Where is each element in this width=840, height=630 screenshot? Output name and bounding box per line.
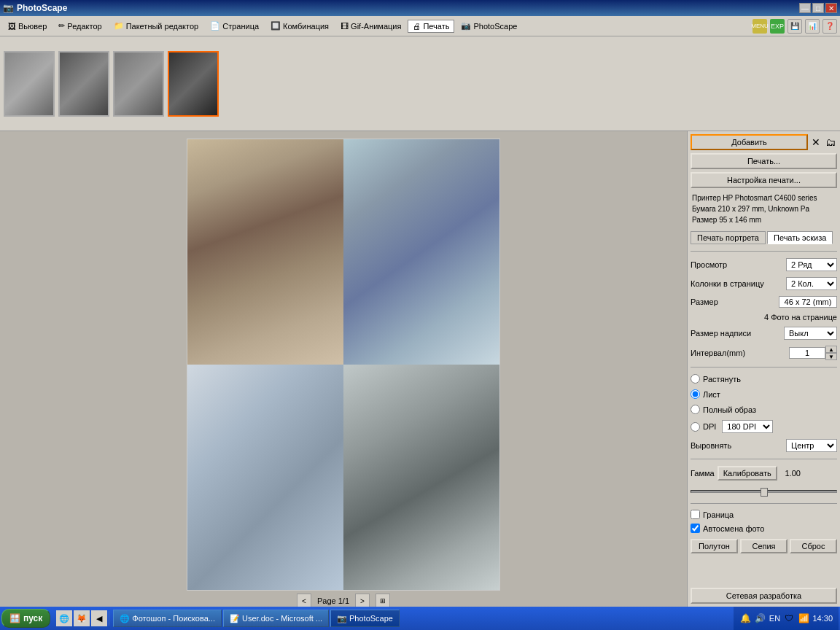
taskbar-icon-2[interactable]: 🦊: [74, 610, 90, 626]
halftone-button[interactable]: Полутон: [691, 539, 738, 553]
maximize-button[interactable]: □: [812, 3, 824, 13]
taskbar-icon-1[interactable]: 🌐: [56, 610, 72, 626]
sheet-row: Лист: [691, 389, 837, 399]
expand-button[interactable]: ⊞: [376, 594, 390, 607]
taskbar-word[interactable]: 📝 User.doc - Microsoft ...: [223, 610, 329, 627]
sepia-button[interactable]: Сепия: [740, 539, 788, 553]
columns-select[interactable]: 2 Кол. 1 Кол. 3 Кол.: [786, 277, 837, 290]
taskbar-icon-3[interactable]: ◀: [91, 610, 107, 626]
page-navigation: < Page 1/1 > ⊞: [297, 594, 390, 607]
titlebar-left: 📷 PhotoScape: [3, 3, 67, 13]
photo-cell-3: [187, 365, 343, 590]
page-icon: 📄: [210, 21, 220, 31]
close-button[interactable]: ✕: [825, 3, 837, 13]
gamma-calibrate-button[interactable]: Калибровать: [718, 466, 777, 481]
network-button[interactable]: Сетевая разработка: [691, 588, 837, 604]
next-page-button[interactable]: >: [355, 594, 370, 607]
align-row: Выровнять Центр Лево Право: [691, 439, 837, 452]
menu-icon[interactable]: MENU: [752, 19, 767, 34]
border-label[interactable]: Граница: [703, 510, 734, 519]
titlebar-controls: — □ ✕: [799, 3, 837, 13]
taskbar: 🪟 пуск 🌐 🦊 ◀ 🌐 Фотошоп - Поискова... 📝 U…: [0, 607, 840, 630]
menu-print[interactable]: 🖨 Печать: [408, 20, 454, 33]
reset-button[interactable]: Сброс: [790, 539, 837, 553]
content-area: ▶: [0, 131, 840, 607]
tab-portrait[interactable]: Печать портрета: [691, 231, 766, 244]
menu-photoscape[interactable]: 📷 PhotoScape: [456, 19, 522, 33]
menubar-right: MENU EXP 💾 📊 ❓: [752, 19, 837, 34]
gif-icon: 🎞: [341, 22, 349, 31]
print-settings-button[interactable]: Настройка печати...: [691, 172, 837, 188]
stretch-label[interactable]: Растянуть: [703, 375, 741, 384]
size-value: 95 x 146 mm: [719, 216, 761, 224]
align-label: Выровнять: [691, 441, 731, 450]
size-dim-value: 46 x 72 (mm): [779, 296, 837, 308]
bottom-buttons: Полутон Сепия Сброс: [691, 539, 837, 553]
dpi-radio[interactable]: [691, 422, 700, 432]
sheet-label[interactable]: Лист: [703, 390, 720, 399]
columns-row: Колонки в страницу 2 Кол. 1 Кол. 3 Кол.: [691, 277, 837, 290]
size-label: Размер: [692, 216, 717, 224]
dpi-label[interactable]: DPI: [703, 422, 716, 431]
menu-combine[interactable]: 🔲 Комбинация: [265, 19, 334, 33]
taskbar-photoshop[interactable]: 🌐 Фотошоп - Поискова...: [113, 610, 222, 627]
minimize-button[interactable]: —: [799, 3, 811, 13]
dpi-select[interactable]: 180 DPI 72 DPI 96 DPI 300 DPI: [722, 420, 773, 433]
thumbnail-bar: [0, 36, 840, 131]
caption-select[interactable]: Выкл Малый Средний Большой: [784, 327, 837, 340]
combine-icon: 🔲: [271, 21, 281, 31]
folder-icon[interactable]: 🗂: [824, 136, 837, 149]
print-button[interactable]: Печать...: [691, 153, 837, 169]
full-label[interactable]: Полный образ: [703, 405, 756, 414]
start-button[interactable]: 🪟 пуск: [1, 609, 50, 628]
full-radio[interactable]: [691, 405, 700, 414]
thumbnail-2[interactable]: [58, 51, 109, 117]
preview-select[interactable]: 2 Ряд 1 Ряд 3 Ряд: [786, 258, 837, 271]
menu-viewer[interactable]: 🖼 Вьювер: [3, 20, 52, 33]
tray-icon-4[interactable]: 📶: [798, 612, 809, 624]
gamma-slider-thumb[interactable]: [761, 488, 768, 497]
tab-sketch[interactable]: Печать эскиза: [767, 231, 833, 244]
tray-lang[interactable]: EN: [769, 612, 780, 624]
menu-batch[interactable]: 📁 Пакетный редактор: [109, 19, 204, 33]
thumbnail-3[interactable]: [113, 51, 164, 117]
menu-editor[interactable]: ✏ Редактор: [53, 19, 106, 33]
interval-down[interactable]: ▼: [825, 353, 837, 360]
print-preview: [187, 139, 500, 591]
gamma-slider-container: [691, 486, 837, 497]
add-button[interactable]: Добавить: [691, 134, 808, 150]
chart-icon[interactable]: 📊: [805, 19, 820, 34]
photo-cell-2: [343, 139, 499, 365]
sheet-radio[interactable]: [691, 389, 700, 399]
delete-icon[interactable]: ✕: [809, 136, 822, 149]
photoshop-taskbar-icon: 🌐: [120, 614, 130, 623]
photos-per-page: 4 Фото на странице: [691, 312, 837, 322]
help-icon[interactable]: ❓: [822, 19, 837, 34]
preview-area: < Page 1/1 > ⊞: [0, 131, 687, 607]
tray-icon-3[interactable]: 🛡: [783, 612, 795, 624]
border-checkbox[interactable]: [691, 510, 700, 519]
prev-page-button[interactable]: <: [297, 594, 311, 607]
taskbar-right: 🔔 🔊 EN 🛡 📶 14:30: [734, 607, 839, 630]
taskbar-photoscape[interactable]: 📷 PhotoScape: [330, 610, 400, 627]
gamma-value: 1.00: [780, 469, 806, 478]
editor-icon: ✏: [58, 21, 65, 31]
save-icon[interactable]: 💾: [788, 19, 802, 34]
autophoto-checkbox[interactable]: [691, 524, 700, 533]
start-label: пуск: [23, 613, 42, 623]
paper-label: Бумага: [692, 205, 716, 213]
interval-input[interactable]: [789, 347, 825, 359]
stretch-radio[interactable]: [691, 374, 700, 384]
menu-gif[interactable]: 🎞 Gif-Анимация: [335, 20, 406, 33]
start-icon: 🪟: [9, 613, 20, 623]
thumbnail-4[interactable]: [168, 51, 219, 117]
exp-icon[interactable]: EXP: [770, 19, 785, 34]
menu-page[interactable]: 📄 Страница: [205, 19, 264, 33]
align-select[interactable]: Центр Лево Право: [786, 439, 837, 452]
thumbnail-1[interactable]: [4, 51, 55, 117]
tray-icon-2[interactable]: 🔊: [754, 612, 766, 624]
interval-up[interactable]: ▲: [825, 346, 837, 353]
interval-label: Интервал(mm): [691, 349, 745, 357]
tray-icon-1[interactable]: 🔔: [739, 612, 751, 624]
autophoto-label[interactable]: Автосмена фото: [703, 524, 764, 533]
